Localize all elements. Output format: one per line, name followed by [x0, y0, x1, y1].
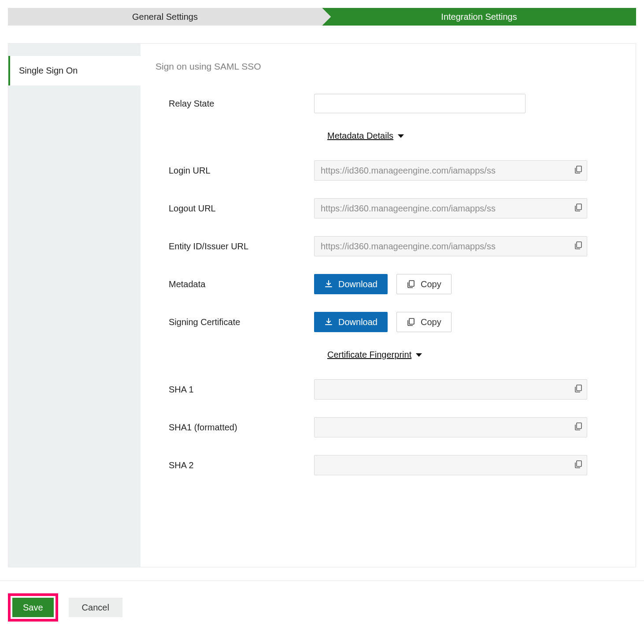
integration-panel: Single Sign On Sign on using SAML SSO Re… — [8, 43, 636, 567]
section-title: Sign on using SAML SSO — [155, 61, 621, 72]
download-label: Download — [338, 279, 378, 289]
save-button[interactable]: Save — [12, 598, 54, 617]
copy-icon — [574, 384, 583, 393]
row-entity-id: Entity ID/Issuer URL https://id360.manag… — [155, 236, 621, 256]
entity-id-value: https://id360.manageengine.com/iamapps/s… — [314, 236, 587, 256]
download-icon — [324, 318, 333, 326]
tab-general-label: General Settings — [132, 12, 198, 22]
logout-url-value: https://id360.manageengine.com/iamapps/s… — [314, 198, 587, 218]
metadata-label: Metadata — [155, 279, 314, 289]
row-login-url: Login URL https://id360.manageengine.com… — [155, 160, 621, 181]
copy-sha1-formatted-button[interactable] — [574, 422, 583, 433]
sidebar-item-label: Single Sign On — [19, 66, 78, 75]
relay-state-label: Relay State — [155, 99, 314, 109]
caret-down-icon — [398, 134, 404, 138]
download-label: Download — [338, 317, 378, 327]
metadata-details-label: Metadata Details — [327, 131, 393, 141]
row-sha2: SHA 2 — [155, 455, 621, 475]
row-metadata: Metadata Download Copy — [155, 274, 621, 294]
copy-icon — [574, 422, 583, 431]
row-logout-url: Logout URL https://id360.manageengine.co… — [155, 198, 621, 218]
copy-label: Copy — [421, 279, 441, 289]
sidebar: Single Sign On — [8, 44, 141, 567]
login-url-label: Login URL — [155, 166, 314, 176]
login-url-value: https://id360.manageengine.com/iamapps/s… — [314, 160, 587, 181]
copy-label: Copy — [421, 317, 441, 327]
cert-fingerprint-label: Certificate Fingerprint — [327, 350, 411, 360]
sha1-formatted-value — [314, 417, 587, 437]
copy-entity-id-button[interactable] — [574, 241, 583, 252]
tab-integration-settings[interactable]: Integration Settings — [322, 8, 636, 26]
copy-sha2-button[interactable] — [574, 460, 583, 470]
footer-actions: Save Cancel — [0, 581, 644, 634]
copy-icon — [574, 241, 583, 250]
logout-url-label: Logout URL — [155, 204, 314, 214]
copy-login-url-button[interactable] — [574, 165, 583, 176]
tab-integration-label: Integration Settings — [441, 12, 517, 22]
sha2-label: SHA 2 — [155, 460, 314, 470]
row-sha1: SHA 1 — [155, 379, 621, 400]
copy-icon — [407, 280, 415, 289]
settings-tabs: General Settings Integration Settings — [8, 8, 636, 26]
sha1-value — [314, 379, 587, 400]
sha1-formatted-label: SHA1 (formatted) — [155, 422, 314, 433]
caret-down-icon — [416, 353, 422, 357]
cancel-button[interactable]: Cancel — [69, 598, 122, 617]
download-metadata-button[interactable]: Download — [314, 274, 388, 294]
download-cert-button[interactable]: Download — [314, 312, 388, 332]
row-sha1-formatted: SHA1 (formatted) — [155, 417, 621, 437]
copy-icon — [407, 318, 415, 326]
copy-icon — [574, 165, 583, 174]
metadata-details-toggle[interactable]: Metadata Details — [327, 131, 404, 141]
copy-cert-button[interactable]: Copy — [396, 312, 452, 332]
copy-icon — [574, 203, 583, 212]
sidebar-item-sso[interactable]: Single Sign On — [8, 56, 141, 85]
signing-cert-label: Signing Certificate — [155, 317, 314, 327]
copy-sha1-button[interactable] — [574, 384, 583, 395]
entity-id-label: Entity ID/Issuer URL — [155, 241, 314, 252]
content-area: Sign on using SAML SSO Relay State Metad… — [141, 44, 636, 567]
row-relay-state: Relay State — [155, 94, 621, 113]
relay-state-input[interactable] — [314, 94, 526, 113]
copy-icon — [574, 460, 583, 469]
copy-logout-url-button[interactable] — [574, 203, 583, 214]
tab-general-settings[interactable]: General Settings — [8, 8, 322, 26]
copy-metadata-button[interactable]: Copy — [396, 274, 452, 294]
save-highlight: Save — [8, 593, 58, 622]
sha2-value — [314, 455, 587, 475]
cert-fingerprint-toggle[interactable]: Certificate Fingerprint — [327, 350, 422, 360]
sha1-label: SHA 1 — [155, 385, 314, 395]
download-icon — [324, 280, 333, 289]
row-signing-cert: Signing Certificate Download Copy — [155, 312, 621, 332]
